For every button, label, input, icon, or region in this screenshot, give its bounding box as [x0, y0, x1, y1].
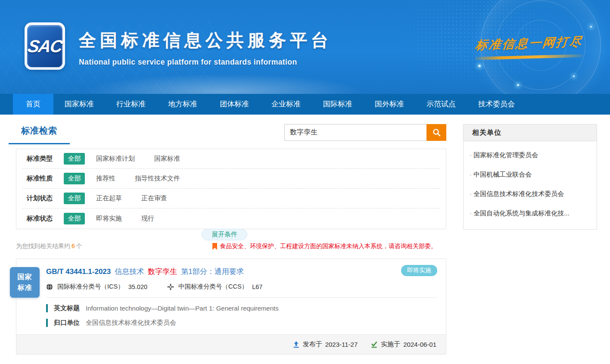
search-bar	[284, 124, 446, 141]
sidebar-item-it-standardization-committee[interactable]: 全国信息技术标准化技术委员会	[467, 184, 591, 204]
divider	[46, 297, 437, 298]
results-count-prefix: 为您找到相关结果约	[16, 243, 70, 249]
standard-title-link[interactable]: GB/T 43441.1-2023 信息技术 数字孪生 第1部分：通用要求	[46, 267, 437, 277]
sac-logo[interactable]: SAC	[25, 22, 65, 70]
filter-option[interactable]: 正在审查	[141, 194, 167, 202]
nav-tab-local-standards[interactable]: 地方标准	[157, 94, 209, 115]
main-content: 标准检索 标准类型 全部 国家标准计划 国家标准	[0, 115, 610, 364]
filter-all-button[interactable]: 全部	[64, 193, 85, 204]
filter-row-standard-nature: 标准性质 全部 推荐性 指导性技术文件	[22, 169, 440, 189]
system-notice: 食品安全、环境保护、工程建设方面的国家标准未纳入本系统，请咨询相关部委。	[212, 243, 446, 250]
committee-row: 归口单位 全国信息技术标准化技术委员会	[46, 319, 446, 327]
sac-logo-text: SAC	[26, 37, 63, 56]
filter-row-standard-type: 标准类型 全部 国家标准计划 国家标准	[22, 149, 440, 169]
published-date-item: 发布于 2023-11-27	[293, 340, 358, 348]
filter-option[interactable]: 现行	[141, 215, 154, 223]
title-highlight[interactable]: 数字孪生	[148, 267, 177, 277]
sidebar-item-machinery-federation[interactable]: 中国机械工业联合会	[467, 165, 591, 184]
filter-option[interactable]: 推荐性	[96, 174, 115, 183]
committee-value: 全国信息技术标准化技术委员会	[86, 319, 176, 327]
ccs-label: 中国标准分类号（CCS）	[178, 283, 248, 291]
filter-option[interactable]: 正在起草	[96, 194, 122, 202]
title-part[interactable]: 第1部分：通用要求	[181, 267, 243, 277]
compass-icon	[167, 283, 174, 290]
implemented-date: 2024-06-01	[403, 341, 436, 348]
nav-tab-group-standards[interactable]: 团体标准	[209, 94, 260, 115]
filter-option[interactable]: 指导性技术文件	[135, 174, 180, 183]
filter-label: 标准类型	[22, 155, 64, 163]
title-part[interactable]: 信息技术	[115, 267, 144, 277]
filter-all-button[interactable]: 全部	[64, 213, 85, 224]
classification-row: 国际标准分类号（ICS） 35.020 中国标准分类号（CCS） L67	[46, 283, 446, 291]
notice-text: 食品安全、环境保护、工程建设方面的国家标准未纳入本系统，请咨询相关部委。	[220, 243, 437, 250]
spark-decoration	[478, 65, 481, 67]
banner-slogan: 标准信息一网打尽	[469, 35, 589, 59]
ics-value: 35.020	[128, 283, 147, 290]
teal-bar-decoration	[46, 304, 48, 312]
search-icon	[432, 128, 441, 137]
result-card: 国家 标准 即将实施 GB/T 43441.1-2023 信息技术 数字孪生 第…	[16, 258, 446, 355]
english-title-label: 英文标题	[54, 304, 80, 312]
nav-tab-industry-standards[interactable]: 行业标准	[105, 94, 157, 115]
related-units-title: 相关单位	[464, 124, 597, 141]
results-count-suffix: 个	[76, 243, 82, 249]
ccs-value: L67	[252, 283, 262, 290]
spark-decoration	[590, 26, 592, 28]
section-title-standard-search: 标准检索	[9, 125, 70, 144]
spark-decoration	[573, 75, 575, 77]
globe-icon	[46, 283, 53, 290]
standard-code[interactable]: GB/T 43441.1-2023	[46, 268, 111, 276]
english-title-value: Information technology—Digital twin—Part…	[86, 305, 279, 312]
english-title-row: 英文标题 Information technology—Digital twin…	[46, 304, 446, 312]
nav-tab-foreign-standards[interactable]: 国外标准	[364, 94, 415, 115]
implement-check-icon	[370, 341, 378, 348]
nav-tab-enterprise-standards[interactable]: 企业标准	[260, 94, 312, 115]
results-summary-row: 为您找到相关结果约6个 食品安全、环境保护、工程建设方面的国家标准未纳入本系统，…	[16, 243, 446, 250]
sidebar-item-sac[interactable]: 国家标准化管理委员会	[467, 146, 591, 165]
card-footer: 发布于 2023-11-27 实施于 2024-06-01	[16, 334, 446, 354]
filter-all-button[interactable]: 全部	[64, 153, 85, 165]
filter-panel: 标准类型 全部 国家标准计划 国家标准 标准性质 全部 推荐性 指导性技术文件 …	[16, 149, 446, 229]
implemented-label: 实施于	[381, 340, 400, 348]
published-label: 发布于	[303, 340, 322, 348]
filter-row-standard-status: 标准状态 全部 即将实施 现行	[22, 208, 440, 228]
results-count-number: 6	[70, 243, 76, 249]
nav-tab-home[interactable]: 首页	[13, 94, 53, 115]
filter-all-button[interactable]: 全部	[64, 173, 85, 184]
committee-label: 归口单位	[54, 319, 80, 327]
site-banner: SAC 全国标准信息公共服务平台 National public service…	[0, 0, 610, 94]
bookmark-icon	[212, 243, 217, 250]
filter-label: 标准状态	[22, 215, 64, 223]
sidebar-item-automation-committee[interactable]: 全国自动化系统与集成标准化技...	[467, 204, 591, 223]
site-subtitle: National public service platform for sta…	[79, 58, 332, 67]
filter-row-plan-status: 计划状态 全部 正在起草 正在审查	[22, 189, 440, 208]
nav-tab-pilot-programs[interactable]: 示范试点	[415, 94, 467, 115]
implemented-date-item: 实施于 2024-06-01	[370, 340, 436, 348]
spark-decoration	[517, 84, 519, 86]
filter-option[interactable]: 即将实施	[96, 215, 122, 223]
results-count-text: 为您找到相关结果约6个	[16, 243, 82, 250]
filter-option[interactable]: 国家标准	[154, 155, 180, 163]
related-units-panel: 相关单位 国家标准化管理委员会 中国机械工业联合会 全国信息技术标准化技术委员会…	[463, 124, 597, 230]
filter-label: 计划状态	[22, 194, 64, 202]
publish-upload-icon	[293, 341, 300, 348]
main-nav: 首页 国家标准 行业标准 地方标准 团体标准 企业标准 国际标准 国外标准 示范…	[0, 94, 610, 115]
nav-tab-national-standards[interactable]: 国家标准	[53, 94, 105, 115]
filter-option[interactable]: 国家标准计划	[96, 155, 135, 163]
search-button[interactable]	[426, 124, 446, 141]
page: SAC 全国标准信息公共服务平台 National public service…	[0, 0, 610, 364]
teal-bar-decoration	[46, 319, 48, 327]
slogan-text: 标准信息一网打尽	[474, 34, 583, 54]
nav-tab-technical-committees[interactable]: 技术委员会	[467, 94, 526, 115]
expand-conditions-button[interactable]: 展开条件	[202, 229, 247, 240]
nav-tab-international-standards[interactable]: 国际标准	[312, 94, 364, 115]
sac-logo-icon: SAC	[27, 25, 62, 67]
published-date: 2023-11-27	[325, 341, 358, 348]
filter-label: 标准性质	[22, 174, 64, 183]
search-input[interactable]	[284, 124, 426, 141]
site-title: 全国标准信息公共服务平台	[79, 28, 332, 52]
badge-line2: 标准	[18, 283, 32, 293]
ics-label: 国际标准分类号（ICS）	[57, 283, 124, 291]
